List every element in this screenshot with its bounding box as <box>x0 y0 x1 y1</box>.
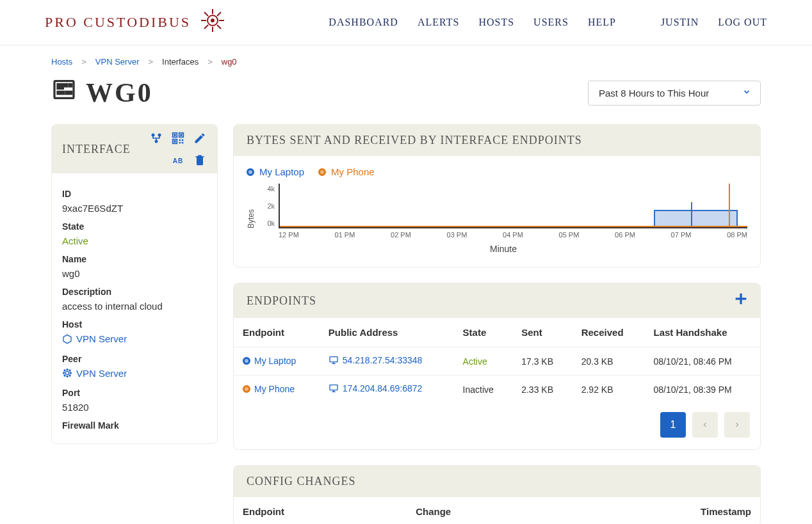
legend-dot-icon <box>247 168 254 176</box>
breadcrumb-sep: > <box>207 57 213 67</box>
svg-point-31 <box>67 369 68 370</box>
endpoint-link[interactable]: My Phone <box>243 384 295 394</box>
config-changes-header: CONFIG CHANGES <box>234 466 760 497</box>
svg-rect-25 <box>174 140 175 142</box>
series-my-phone-spike <box>729 184 730 227</box>
table-row: My Laptop 54.218.27.54:33348 Active 17.3… <box>234 347 760 376</box>
nav-help[interactable]: HELP <box>588 17 616 28</box>
series-my-phone-baseline <box>280 226 747 227</box>
page-next-button[interactable] <box>724 412 750 438</box>
interface-card-title: INTERFACE <box>62 143 131 156</box>
field-port-value: 51820 <box>62 402 207 413</box>
col-cc-endpoint: Endpoint <box>234 497 407 524</box>
endpoint-sent: 2.33 KB <box>512 376 572 404</box>
nav-users[interactable]: USERS <box>533 17 569 28</box>
xtick: 07 PM <box>671 231 692 239</box>
routes-icon[interactable] <box>149 131 163 145</box>
field-peer-text: VPN Server <box>76 368 127 379</box>
chart-area: My Laptop My Phone Bytes 4k <box>234 156 760 267</box>
svg-line-5 <box>204 12 208 16</box>
legend-peer1[interactable]: My Laptop <box>247 166 304 177</box>
field-peer-link[interactable]: VPN Server <box>62 368 127 379</box>
brand-title: PRO CUSTODIBUS <box>45 14 191 31</box>
edit-icon[interactable] <box>193 131 207 145</box>
xtick: 03 PM <box>447 231 467 239</box>
chart-plot[interactable] <box>279 184 747 228</box>
legend-peer1-label: My Laptop <box>259 166 304 177</box>
breadcrumb: Hosts > VPN Server > Interfaces > wg0 <box>51 57 761 67</box>
address-link[interactable]: 54.218.27.54:33348 <box>329 355 423 365</box>
chart-ylabel: Bytes <box>247 209 256 228</box>
nav-logout[interactable]: LOG OUT <box>718 17 767 28</box>
field-id-label: ID <box>62 189 207 199</box>
endpoints-table: Endpoint Public Address State Sent Recei… <box>234 318 760 403</box>
ytick: 4k <box>259 185 275 193</box>
svg-point-18 <box>158 134 160 136</box>
add-endpoint-button[interactable] <box>735 292 747 309</box>
svg-point-9 <box>211 19 215 22</box>
ytick: 2k <box>259 202 275 210</box>
svg-rect-29 <box>182 142 184 144</box>
peer-icon <box>62 368 72 378</box>
endpoint-name: My Laptop <box>254 356 296 366</box>
nav-current-user[interactable]: JUSTIN <box>661 17 699 28</box>
breadcrumb-sep: > <box>148 57 153 67</box>
brand[interactable]: PRO CUSTODIBUS <box>45 8 225 37</box>
delete-icon[interactable] <box>193 153 207 167</box>
page-title: WG0 <box>51 77 153 109</box>
field-host-value: VPN Server <box>62 333 207 346</box>
config-changes-title: CONFIG CHANGES <box>247 475 356 488</box>
svg-line-6 <box>217 25 221 29</box>
svg-point-17 <box>152 134 154 136</box>
legend-peer2[interactable]: My Phone <box>318 166 375 177</box>
chart-xlabel: Minute <box>259 244 747 254</box>
series-my-laptop-spike <box>691 202 692 227</box>
time-range-value: Past 8 Hours to This Hour <box>599 88 709 99</box>
svg-rect-11 <box>58 84 63 89</box>
table-row: My Phone 174.204.84.69:6872 Inactive 2.3… <box>234 376 760 404</box>
svg-point-19 <box>155 140 157 142</box>
xtick: 08 PM <box>727 231 747 239</box>
content: INTERFACE ab <box>51 124 761 524</box>
endpoint-recv: 20.3 KB <box>572 347 645 376</box>
address-link[interactable]: 174.204.84.69:6872 <box>329 383 423 393</box>
nav-dashboard[interactable]: DASHBOARD <box>329 17 398 28</box>
field-firewall-label: Firewall Mark <box>62 420 207 431</box>
svg-rect-13 <box>69 84 71 86</box>
field-host-text: VPN Server <box>76 333 127 344</box>
rename-icon[interactable]: ab <box>171 153 185 167</box>
main-nav: DASHBOARD ALERTS HOSTS USERS HELP JUSTIN… <box>329 17 767 28</box>
endpoints-header-row: Endpoint Public Address State Sent Recei… <box>234 318 760 347</box>
interface-card-header: INTERFACE ab <box>52 125 217 173</box>
svg-rect-15 <box>62 91 64 93</box>
field-host-link[interactable]: VPN Server <box>62 333 127 344</box>
page-prev-button[interactable] <box>692 412 718 438</box>
svg-rect-28 <box>179 142 181 144</box>
endpoints-card-header: ENDPOINTS <box>234 283 760 318</box>
breadcrumb-current: wg0 <box>222 57 237 67</box>
page-1-button[interactable]: 1 <box>660 412 686 438</box>
svg-point-38 <box>69 375 70 376</box>
chart-card: BYTES SENT AND RECEIVED BY INTERFACE END… <box>233 124 761 267</box>
sidebar: INTERFACE ab <box>51 124 218 524</box>
time-range-picker[interactable]: Past 8 Hours to This Hour <box>588 81 761 106</box>
field-name-value: wg0 <box>62 268 207 279</box>
ytick: 0k <box>259 219 275 227</box>
qr-code-icon[interactable] <box>171 131 185 145</box>
col-cc-change: Change <box>407 497 561 524</box>
field-host-label: Host <box>62 319 207 329</box>
svg-rect-40 <box>736 298 747 299</box>
field-id-value: 9xac7E6SdZT <box>62 203 207 214</box>
chevron-down-icon <box>742 88 751 99</box>
nav-hosts[interactable]: HOSTS <box>478 17 514 28</box>
endpoint-link[interactable]: My Laptop <box>243 356 296 366</box>
endpoints-card: ENDPOINTS Endpoint Public Address State … <box>233 283 761 450</box>
col-cc-timestamp: Timestamp <box>561 497 760 524</box>
breadcrumb-hosts[interactable]: Hosts <box>51 57 72 67</box>
field-port-label: Port <box>62 388 207 398</box>
breadcrumb-host[interactable]: VPN Server <box>95 57 140 67</box>
chart-card-header: BYTES SENT AND RECEIVED BY INTERFACE END… <box>234 125 760 156</box>
col-address: Public Address <box>320 318 454 347</box>
svg-line-8 <box>204 25 208 29</box>
nav-alerts[interactable]: ALERTS <box>418 17 459 28</box>
